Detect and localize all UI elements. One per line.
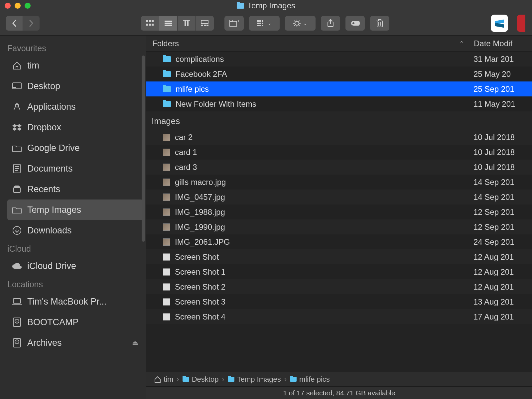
path-segment[interactable]: Desktop xyxy=(183,375,219,384)
file-name: IMG_1988.jpg xyxy=(175,207,225,217)
image-thumb-icon xyxy=(163,298,170,306)
file-row[interactable]: Screen Shot12 Aug 201 xyxy=(146,249,532,264)
action-menu-button[interactable]: ⌄ xyxy=(285,16,316,31)
arrange-button[interactable]: ⌄ xyxy=(249,16,280,31)
svg-rect-45 xyxy=(16,66,18,69)
forward-button[interactable] xyxy=(23,16,40,31)
share-button[interactable] xyxy=(321,16,340,31)
sidebar-item[interactable]: Dropbox xyxy=(7,117,143,138)
app-extension-icon-2[interactable] xyxy=(517,15,525,32)
sidebar-section-header: Favourites xyxy=(7,44,143,53)
list-view-button[interactable] xyxy=(159,16,177,31)
column-name-header[interactable]: Folders ⌃ xyxy=(146,39,469,48)
column-view-button[interactable] xyxy=(178,16,196,31)
folder-icon xyxy=(12,143,22,153)
disk-icon xyxy=(12,317,22,327)
image-thumb-icon xyxy=(163,194,170,201)
svg-line-36 xyxy=(299,21,300,22)
sidebar-item-label: Recents xyxy=(27,184,60,195)
file-row[interactable]: IMG_0457.jpg14 Sep 201 xyxy=(146,190,532,204)
status-text: 1 of 17 selected, 84.71 GB available xyxy=(283,389,395,397)
status-bar: 1 of 17 selected, 84.71 GB available xyxy=(146,386,532,399)
path-segment[interactable]: mlife pics xyxy=(290,375,330,384)
file-date: 10 Jul 2018 xyxy=(469,163,532,172)
new-folder-button[interactable]: + xyxy=(224,16,244,31)
svg-rect-22 xyxy=(257,23,259,24)
file-date: 10 Jul 2018 xyxy=(469,133,532,142)
file-row[interactable]: card 110 Jul 2018 xyxy=(146,145,532,160)
sidebar-section-header: Locations xyxy=(7,280,143,289)
file-name: IMG_2061.JPG xyxy=(175,237,230,247)
file-row[interactable]: Screen Shot 417 Aug 201 xyxy=(146,309,532,324)
file-row[interactable]: card 310 Jul 2018 xyxy=(146,160,532,175)
svg-rect-56 xyxy=(16,186,18,187)
icon-view-button[interactable] xyxy=(141,16,159,31)
svg-rect-54 xyxy=(14,188,20,193)
sidebar-item-label: Applications xyxy=(27,102,76,112)
sidebar-item[interactable]: Temp Images xyxy=(7,200,143,220)
zoom-window-button[interactable] xyxy=(25,3,31,9)
file-name: mlife pics xyxy=(176,84,209,94)
file-row[interactable]: New Folder With Items11 May 201 xyxy=(146,96,532,111)
back-button[interactable] xyxy=(6,16,23,31)
sidebar-item[interactable]: Google Drive xyxy=(7,138,143,158)
svg-rect-27 xyxy=(262,25,263,26)
sidebar-item[interactable]: Documents xyxy=(7,158,143,179)
view-mode-segment xyxy=(141,16,214,31)
close-window-button[interactable] xyxy=(5,3,11,9)
sidebar-item[interactable]: Desktop xyxy=(7,76,143,96)
file-name: Screen Shot 1 xyxy=(175,267,225,277)
file-row[interactable]: complications31 Mar 201 xyxy=(146,52,532,66)
sidebar-item[interactable]: Applications xyxy=(7,96,143,117)
recents-icon xyxy=(12,184,22,194)
image-thumb-icon xyxy=(163,223,170,231)
sidebar-item-label: Google Drive xyxy=(27,143,80,153)
svg-point-39 xyxy=(352,22,354,24)
file-row[interactable]: mlife pics25 Sep 201 xyxy=(146,81,532,96)
file-row[interactable]: IMG_2061.JPG24 Sep 201 xyxy=(146,234,532,249)
file-row[interactable]: Screen Shot 112 Aug 201 xyxy=(146,264,532,279)
path-bar: tim›Desktop›Temp Images›mlife pics xyxy=(146,372,532,386)
minimize-window-button[interactable] xyxy=(15,3,21,9)
cloud-icon xyxy=(12,261,22,271)
trash-button[interactable] xyxy=(370,16,389,31)
file-row[interactable]: IMG_1990.jpg12 Sep 201 xyxy=(146,219,532,234)
gallery-view-button[interactable] xyxy=(196,16,214,31)
sidebar-item[interactable]: Recents xyxy=(7,179,143,200)
chevron-right-icon: › xyxy=(284,375,287,384)
file-name: card 1 xyxy=(175,148,197,157)
sidebar-item[interactable]: Downloads xyxy=(7,220,143,241)
path-label: Temp Images xyxy=(237,375,281,384)
file-row[interactable]: car 210 Jul 2018 xyxy=(146,130,532,145)
sidebar-item[interactable]: Archives⏏ xyxy=(7,332,143,353)
app-extension-icon[interactable] xyxy=(491,15,508,32)
file-row[interactable]: Facebook 2FA25 May 20 xyxy=(146,66,532,81)
path-segment[interactable]: tim xyxy=(154,375,173,384)
file-name: New Folder With Items xyxy=(176,99,256,109)
sidebar-item[interactable]: BOOTCAMP xyxy=(7,312,143,332)
disk-icon xyxy=(12,338,22,348)
svg-line-34 xyxy=(299,25,300,26)
file-row[interactable]: gills macro.jpg14 Sep 201 xyxy=(146,175,532,190)
column-date-header[interactable]: Date Modif xyxy=(469,39,532,48)
sidebar-item[interactable]: tim xyxy=(7,55,143,76)
column-date-label: Date Modif xyxy=(474,39,512,48)
svg-point-63 xyxy=(17,321,18,322)
svg-rect-59 xyxy=(13,299,21,303)
scrollbar-handle[interactable] xyxy=(142,56,145,242)
download-icon xyxy=(12,225,22,235)
sidebar-item[interactable]: Tim's MacBook Pr... xyxy=(7,291,143,312)
file-date: 25 May 20 xyxy=(469,69,532,79)
file-row[interactable]: Screen Shot 313 Aug 201 xyxy=(146,294,532,309)
svg-rect-23 xyxy=(259,23,261,24)
sidebar-item[interactable]: iCloud Drive xyxy=(7,256,143,276)
path-segment[interactable]: Temp Images xyxy=(228,375,281,384)
file-row[interactable]: IMG_1988.jpg12 Sep 201 xyxy=(146,204,532,219)
sidebar-item-label: Downloads xyxy=(27,225,72,236)
eject-icon[interactable]: ⏏ xyxy=(132,339,138,347)
svg-point-66 xyxy=(17,341,18,342)
file-row[interactable]: Screen Shot 212 Aug 201 xyxy=(146,279,532,294)
tags-button[interactable] xyxy=(345,16,365,31)
file-name: IMG_0457.jpg xyxy=(175,193,225,202)
file-name: car 2 xyxy=(175,133,193,142)
